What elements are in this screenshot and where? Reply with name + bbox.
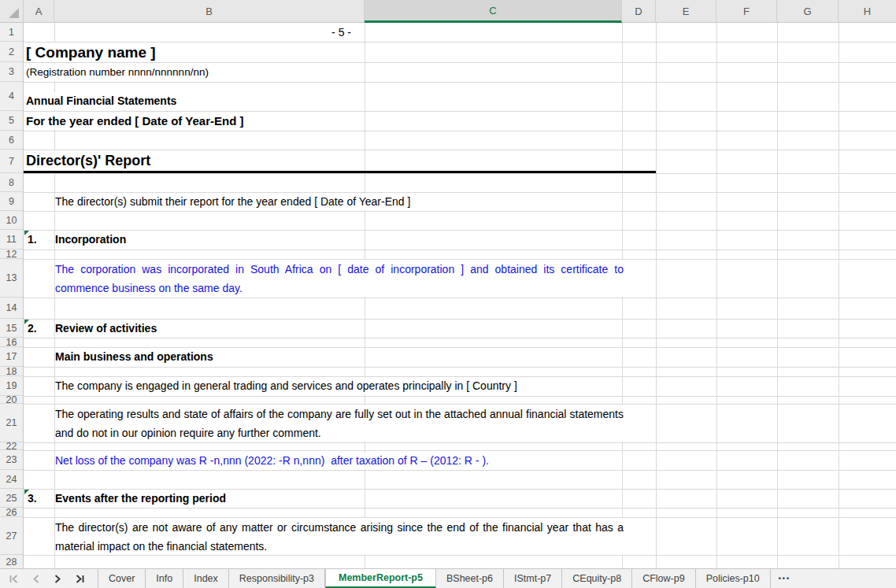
- cell-report-title[interactable]: Director(s)' Report: [26, 150, 150, 171]
- row-header-19[interactable]: 19: [0, 376, 23, 396]
- gridline-horizontal: [24, 250, 896, 250]
- column-header-f[interactable]: F: [716, 0, 777, 23]
- row-header-18[interactable]: 18: [0, 367, 23, 376]
- gridline-horizontal: [24, 442, 896, 443]
- cell-registration-number[interactable]: (Registration number nnnn/nnnnnn/nn): [26, 64, 209, 81]
- cell-company-name[interactable]: [ Company name ]: [26, 43, 156, 62]
- gridline-horizontal: [24, 230, 896, 231]
- column-header-c-selected[interactable]: C: [365, 0, 622, 23]
- cell-s2-title[interactable]: Review of activities: [55, 320, 157, 337]
- gridline-horizontal: [24, 517, 896, 518]
- row-header-25[interactable]: 25: [0, 489, 23, 508]
- gridline-vertical: [716, 23, 717, 568]
- row-header-5[interactable]: 5: [0, 111, 23, 131]
- row-header-21[interactable]: 21: [0, 404, 23, 442]
- cell-intro[interactable]: The director(s) submit their report for …: [55, 194, 410, 210]
- row-header-1[interactable]: 1: [0, 23, 23, 42]
- row-header-7[interactable]: 7: [0, 150, 23, 173]
- tab-cflow-p9[interactable]: CFlow-p9: [632, 569, 696, 588]
- row-header-16[interactable]: 16: [0, 338, 23, 347]
- gridline-horizontal: [24, 376, 896, 377]
- gridline-horizontal: [24, 82, 896, 83]
- cell-s2-body1[interactable]: The company is engaged in general tradin…: [55, 378, 517, 394]
- sheet-nav-buttons: [0, 569, 98, 588]
- error-flag-icon: [24, 231, 29, 235]
- tab-cover[interactable]: Cover: [98, 569, 146, 588]
- sheet-tab-bar: Cover Info Index Responsibility-p3 Membe…: [0, 568, 896, 588]
- gridline-horizontal: [24, 508, 896, 508]
- first-sheet-icon[interactable]: [6, 572, 20, 585]
- tab-memberreport-p5-active[interactable]: MemberReport-p5: [325, 569, 436, 588]
- next-sheet-icon[interactable]: [50, 572, 65, 585]
- row-header-24[interactable]: 24: [0, 470, 23, 489]
- row-header-2[interactable]: 2: [0, 42, 23, 62]
- row-header-13[interactable]: 13: [0, 259, 23, 298]
- error-flag-icon: [24, 320, 29, 324]
- row-header-8[interactable]: 8: [0, 173, 23, 192]
- tab-bsheet-p6[interactable]: BSheet-p6: [436, 569, 504, 588]
- spreadsheet-window: A B C D E F G H 1 2 3 4 5 6 7 8 9 10 11 …: [0, 0, 896, 588]
- column-header-a[interactable]: A: [24, 0, 54, 23]
- cell-year-end[interactable]: For the year ended [ Date of Year-End ]: [26, 112, 243, 130]
- cell-s2-subtitle[interactable]: Main business and operations: [55, 349, 213, 365]
- row-header-6[interactable]: 6: [0, 131, 23, 150]
- tab-index[interactable]: Index: [183, 569, 229, 588]
- report-title-underline: [24, 171, 656, 173]
- last-sheet-icon[interactable]: [72, 572, 87, 585]
- row-header-4[interactable]: 4: [0, 82, 23, 111]
- gridline-horizontal: [24, 489, 896, 490]
- cell-s2-body3[interactable]: Net loss of the company was R -n,nnn (20…: [55, 453, 489, 469]
- tab-policies-p10[interactable]: Policies-p10: [696, 569, 771, 588]
- gridline-horizontal: [24, 150, 896, 150]
- tab-responsibility-p3[interactable]: Responsibility-p3: [229, 569, 325, 588]
- row-header-17[interactable]: 17: [0, 347, 23, 367]
- gridline-horizontal: [24, 470, 896, 471]
- column-header-e[interactable]: E: [656, 0, 716, 23]
- row-header-3[interactable]: 3: [0, 62, 23, 82]
- row-header-26[interactable]: 26: [0, 508, 23, 517]
- gridline-horizontal: [24, 347, 896, 348]
- gridline-horizontal: [24, 367, 896, 368]
- gridline-horizontal: [24, 192, 896, 193]
- cell-s3-body[interactable]: The director(s) are not aware of any mat…: [55, 518, 624, 554]
- cell-page-number[interactable]: - 5 -: [236, 24, 358, 41]
- tab-istmt-p7[interactable]: IStmt-p7: [504, 569, 562, 588]
- row-header-23[interactable]: 23: [0, 450, 23, 470]
- column-header-d[interactable]: D: [622, 0, 656, 23]
- tab-cequity-p8[interactable]: CEquity-p8: [562, 569, 632, 588]
- cell-s2-body2[interactable]: The operating results and state of affai…: [55, 405, 624, 442]
- gridline-vertical: [777, 23, 778, 568]
- column-header-g[interactable]: G: [777, 0, 839, 23]
- row-header-11[interactable]: 11: [0, 230, 23, 250]
- cell-s1-body[interactable]: The corporation was incorporated in Sout…: [55, 260, 624, 297]
- cell-s1-title[interactable]: Incorporation: [55, 231, 126, 248]
- tab-info[interactable]: Info: [146, 569, 183, 588]
- gridline-horizontal: [24, 42, 896, 43]
- column-header-h[interactable]: H: [839, 0, 896, 23]
- row-header-27[interactable]: 27: [0, 517, 23, 555]
- gridline-horizontal: [24, 404, 896, 405]
- row-header-9[interactable]: 9: [0, 192, 23, 211]
- gridline-horizontal: [24, 555, 896, 556]
- select-all-corner[interactable]: [0, 0, 24, 23]
- error-flag-icon: [24, 490, 29, 494]
- more-sheets-button[interactable]: •••: [771, 569, 798, 588]
- row-header-20[interactable]: 20: [0, 396, 23, 404]
- gridline-horizontal: [24, 211, 896, 212]
- cell-s3-title[interactable]: Events after the reporting period: [55, 490, 226, 507]
- gridline-horizontal: [24, 396, 896, 397]
- row-header-28[interactable]: 28: [0, 555, 23, 568]
- row-header-14[interactable]: 14: [0, 298, 23, 319]
- gridline-horizontal: [24, 259, 896, 260]
- row-header-10[interactable]: 10: [0, 211, 23, 230]
- row-header-22[interactable]: 22: [0, 442, 23, 450]
- gridline-horizontal: [24, 319, 896, 320]
- cell-afs-title[interactable]: Annual Financial Statements: [26, 92, 176, 109]
- previous-sheet-icon[interactable]: [28, 572, 43, 585]
- column-header-b[interactable]: B: [54, 0, 365, 23]
- row-header-12[interactable]: 12: [0, 250, 23, 259]
- gridline-horizontal: [24, 131, 896, 131]
- column-header-strip: A B C D E F G H: [0, 0, 896, 23]
- gridline-horizontal: [24, 173, 896, 174]
- row-header-15[interactable]: 15: [0, 319, 23, 338]
